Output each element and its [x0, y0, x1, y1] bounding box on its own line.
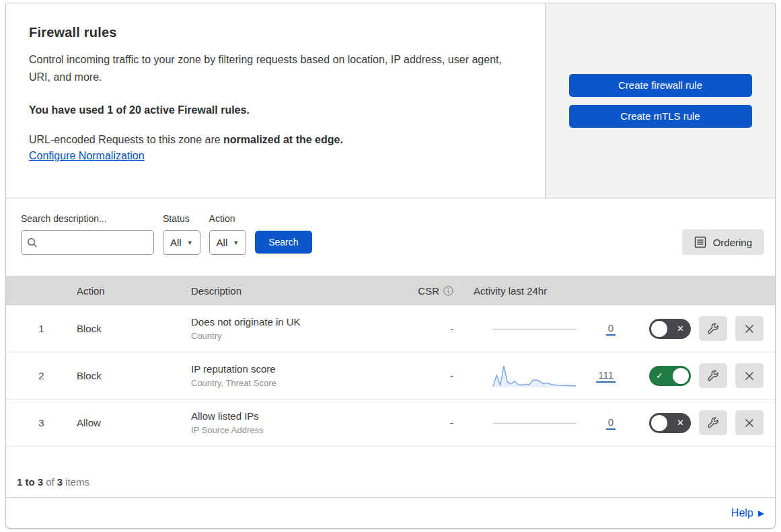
ordering-button[interactable]: Ordering	[682, 229, 764, 255]
ordering-button-label: Ordering	[713, 237, 752, 248]
header-section: Firewall rules Control incoming traffic …	[6, 3, 775, 198]
csr-column-header: CSR	[418, 285, 453, 297]
rule-description: Allow listed IPs IP Source Address	[191, 410, 413, 435]
help-link-label: Help	[731, 507, 753, 519]
rule-priority: 1	[6, 323, 77, 334]
edit-rule-button[interactable]	[699, 410, 727, 435]
search-button[interactable]: Search	[255, 231, 311, 254]
item-total: 3	[57, 476, 63, 488]
rule-fields: IP Source Address	[191, 425, 413, 435]
check-icon: ✓	[656, 371, 663, 381]
rule-description: Does not originate in UK Country	[191, 316, 413, 341]
items-text: items	[65, 476, 89, 488]
page-description: Control incoming traffic to your zone by…	[29, 51, 518, 85]
search-input[interactable]	[42, 237, 163, 248]
wrench-icon	[706, 369, 720, 383]
pagination-summary: 1 to 3 of 3 items	[6, 447, 775, 498]
info-icon[interactable]	[443, 286, 453, 296]
activity-sparkline	[492, 363, 577, 389]
status-filter-group: Status All ▼	[163, 213, 200, 255]
rule-description: IP reputation score Country, Threat Scor…	[191, 363, 413, 388]
usage-note: You have used 1 of 20 active Firewall ru…	[29, 104, 518, 116]
item-range: 1 to 3	[17, 476, 43, 488]
x-icon: ✕	[677, 418, 684, 428]
search-label: Search description...	[21, 213, 154, 224]
rule-controls: ✓ ✕	[625, 316, 775, 341]
rule-title: IP reputation score	[191, 363, 413, 375]
rule-priority: 3	[6, 417, 77, 428]
normalization-note: URL-encoded Requests to this zone are no…	[29, 134, 518, 146]
arrow-right-icon: ▶	[758, 508, 764, 518]
activity-sparkline	[492, 410, 577, 436]
rule-activity-cell: 0	[453, 316, 625, 342]
create-firewall-rule-button[interactable]: Create firewall rule	[569, 74, 752, 97]
table-row: 1 Block Does not originate in UK Country…	[6, 305, 775, 352]
csr-column-label: CSR	[418, 285, 439, 297]
page-title: Firewall rules	[29, 25, 518, 40]
close-icon	[743, 417, 755, 429]
action-select[interactable]: All ▼	[209, 230, 247, 255]
rule-enabled-toggle[interactable]: ✓ ✕	[649, 366, 691, 386]
delete-rule-button[interactable]	[735, 363, 764, 388]
activity-count-link[interactable]: 0	[606, 416, 616, 430]
table-row: 2 Block IP reputation score Country, Thr…	[6, 352, 775, 400]
rule-controls: ✓ ✕	[625, 410, 775, 435]
close-icon	[743, 370, 755, 382]
search-icon	[27, 237, 38, 248]
x-icon: ✕	[677, 324, 684, 334]
rule-enabled-toggle[interactable]: ✓ ✕	[649, 413, 691, 433]
delete-rule-button[interactable]	[735, 316, 764, 341]
rule-fields: Country, Threat Score	[191, 378, 413, 388]
toggle-knob	[651, 321, 667, 337]
help-row: Help ▶	[6, 498, 775, 528]
description-column-header: Description	[191, 285, 413, 297]
wrench-icon	[706, 416, 720, 430]
rule-controls: ✓ ✕	[625, 363, 775, 388]
wrench-icon	[706, 322, 720, 336]
search-input-wrapper	[21, 230, 154, 255]
rule-priority: 2	[6, 370, 77, 381]
edit-rule-button[interactable]	[699, 363, 727, 388]
status-select[interactable]: All ▼	[163, 230, 200, 255]
edit-rule-button[interactable]	[699, 316, 727, 341]
activity-sparkline	[492, 316, 577, 342]
activity-column-header: Activity last 24hr	[453, 285, 625, 297]
delete-rule-button[interactable]	[735, 410, 764, 435]
toggle-knob	[673, 368, 689, 384]
rule-enabled-toggle[interactable]: ✓ ✕	[649, 319, 691, 339]
table-header-row: Action Description CSR Activity last 24h…	[6, 276, 775, 305]
create-mtls-rule-button[interactable]: Create mTLS rule	[569, 105, 752, 128]
rule-action: Allow	[77, 417, 191, 428]
toggle-knob	[651, 415, 667, 431]
activity-count-link[interactable]: 111	[596, 369, 616, 383]
close-icon	[743, 323, 755, 335]
activity-count-link[interactable]: 0	[606, 322, 616, 336]
table-row: 3 Allow Allow listed IPs IP Source Addre…	[6, 400, 775, 447]
intro-panel: Firewall rules Control incoming traffic …	[6, 3, 546, 198]
of-text: of	[46, 476, 54, 488]
configure-normalization-link[interactable]: Configure Normalization	[29, 150, 145, 162]
rule-title: Allow listed IPs	[191, 410, 413, 422]
rule-action: Block	[77, 370, 191, 381]
firewall-rules-card: Firewall rules Control incoming traffic …	[5, 3, 776, 529]
action-filter-group: Action All ▼	[209, 213, 247, 255]
rule-title: Does not originate in UK	[191, 316, 413, 328]
rule-activity-cell: 0	[453, 410, 625, 436]
rule-fields: Country	[191, 331, 413, 341]
actions-panel: Create firewall rule Create mTLS rule	[546, 3, 775, 198]
status-select-value: All	[170, 237, 182, 248]
normalization-bold-text: normalized at the edge.	[223, 134, 343, 145]
search-group: Search description...	[21, 213, 154, 255]
action-select-value: All	[217, 237, 228, 248]
filter-bar: Search description... Status All ▼ Actio…	[6, 198, 775, 276]
action-column-header: Action	[77, 285, 191, 297]
normalization-text: URL-encoded Requests to this zone are	[29, 134, 223, 145]
rule-action: Block	[77, 323, 191, 334]
chevron-down-icon: ▼	[187, 239, 193, 246]
help-link[interactable]: Help ▶	[731, 507, 764, 519]
action-label: Action	[209, 213, 247, 224]
rule-activity-cell: 111	[453, 363, 625, 389]
chevron-down-icon: ▼	[233, 239, 239, 246]
firewall-rules-page: Firewall rules Control incoming traffic …	[0, 0, 781, 532]
list-ordering-icon	[694, 236, 706, 248]
